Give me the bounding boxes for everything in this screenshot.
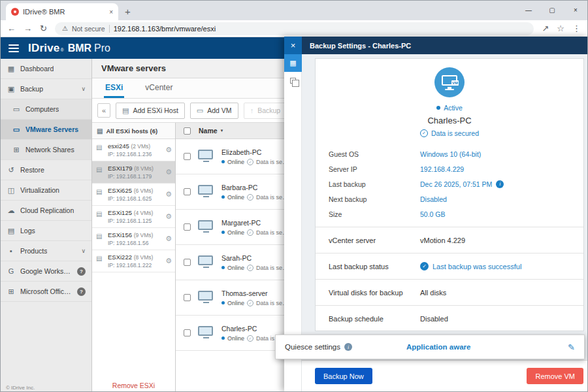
sidebar-item[interactable]: ▦ Dashboard ∨ ? [1,59,91,79]
browser-menu-icon[interactable]: ⋮ [572,24,581,33]
bookmark-star-icon[interactable]: ☆ [557,24,564,33]
share-icon[interactable]: ↗ [542,24,549,33]
url-field[interactable]: ⚠ Not secure 192.168.1.163/bmr/vmware/es… [55,22,534,35]
host-item[interactable]: ▤ ESXi222 (8 VMs) IP: 192.168.1.222 ⚙ [92,250,175,272]
sidebar-item-label: Network Shares [25,146,74,154]
vm-monitor-icon [198,291,214,305]
clone-tool-icon[interactable] [284,72,302,90]
host-settings-gear-icon[interactable]: ⚙ [165,212,172,221]
window-maximize-icon[interactable]: ▢ [540,1,564,19]
toolbar-button[interactable]: ▤ Add ESXi Host [116,103,185,119]
vm-checkbox[interactable] [184,259,191,266]
vm-status-line: Online ✓ Data is secured [221,229,289,236]
secured-check-icon: ✓ [247,159,253,165]
help-badge-icon[interactable]: ? [77,267,86,276]
sidebar-item[interactable]: ▭ VMware Servers ∨ ? [1,120,91,140]
host-item[interactable]: ▤ ESXi156 (9 VMs) IP: 192.168.1.56 ⚙ [92,228,175,250]
sidebar-item[interactable]: ↺ Restore ∨ ? [1,160,91,180]
window-close-icon[interactable]: × [564,1,587,19]
vm-name: Elizabeth-PC [221,148,289,156]
host-item[interactable]: ▤ ESXi125 (4 VMs) IP: 192.168.1.125 ⚙ [92,206,175,228]
host-server-icon: ▤ [96,166,102,173]
sort-desc-icon: ▼ [220,129,224,133]
sidebar-item-icon: ▤ [7,227,16,235]
host-item[interactable]: ▤ ESXi625 (6 VMs) IP: 192.168.1.625 ⚙ [92,184,175,206]
host-item[interactable]: ▤ esxi245 (2 VMs) IP: 192.168.1.236 ⚙ [92,139,175,161]
panel-close-icon[interactable]: × [284,37,302,54]
backup-now-button[interactable]: Backup Now [315,368,372,384]
vm-status-line: Online ✓ Data is secured [221,300,289,306]
vm-avatar-icon: VM [434,67,465,97]
browser-tab-strip: IDrive® BMR × + — ▢ × [1,1,587,20]
toolbar-button-label: Add ESXi Host [133,106,178,114]
window-minimize-icon[interactable]: — [517,1,540,19]
not-secure-warning-icon: ⚠ [62,25,68,32]
tab-close-icon[interactable]: × [109,8,113,16]
host-list: ▤ esxi245 (2 VMs) IP: 192.168.1.236 ⚙ ▤ … [92,139,175,272]
vm-checkbox[interactable] [184,188,191,195]
chevron-down-icon: ∨ [81,86,86,92]
vm-checkbox[interactable] [184,153,191,160]
active-status-label: Active [444,104,463,112]
all-hosts-header[interactable]: ▤ All ESXi hosts (6) [92,123,175,139]
vm-checkbox[interactable] [184,294,191,301]
host-settings-gear-icon[interactable]: ⚙ [165,190,172,199]
back-icon[interactable]: ← [7,24,16,33]
sidebar-item-label: Cloud Replication [20,206,74,214]
select-all-checkbox[interactable] [184,127,191,135]
vm-detail-list: Guest OS Windows 10 (64-bit) i Server IP [316,146,583,227]
sidebar-item-label: Logs [20,227,35,235]
host-ip: IP: 192.168.1.125 [108,218,165,224]
toolbar-button[interactable]: ▭ Add VM [190,103,238,119]
host-ip: IP: 192.168.1.179 [108,173,165,180]
collapse-panel-icon[interactable]: « [97,103,110,118]
sidebar-item-label: Restore [20,166,44,174]
sidebar-item[interactable]: ▤ Logs ∨ ? [1,221,91,241]
remove-esxi-link[interactable]: Remove ESXi [92,382,175,389]
remove-vm-button[interactable]: Remove VM [527,368,583,384]
brand-product: BMR [68,42,91,54]
host-server-icon: ▤ [96,188,102,195]
quiesce-info-icon[interactable]: i [344,343,352,351]
host-settings-gear-icon[interactable]: ⚙ [165,257,172,265]
browser-tab[interactable]: IDrive® BMR × [6,3,118,20]
tab[interactable]: vCenter [144,78,174,98]
sidebar-item-icon: ▦ [7,65,16,73]
sidebar-item[interactable]: ◫ Virtualization ∨ ? [1,180,91,201]
forward-icon[interactable]: → [24,24,32,33]
new-tab-icon[interactable]: + [125,6,131,17]
backup-settings-panel: × Backup Settings - Charles-PC ▦ VM [284,37,588,391]
sidebar-item[interactable]: ▪ Products ∨ ? [1,241,91,261]
sidebar-item[interactable]: G Google Workspace ∨ ? [1,261,91,282]
sidebar-item[interactable]: ▭ Computers ∨ ? [1,99,91,120]
app-logo: IDrive® BMR Pro [28,42,110,55]
sidebar-item[interactable]: ▣ Backup ∨ ? [1,79,91,99]
vm-checkbox[interactable] [184,223,191,231]
help-badge-icon[interactable]: ? [77,287,86,296]
vm-status-label: Online [227,159,244,165]
info-icon[interactable]: i [496,180,504,188]
sidebar-item-label: Backup [20,85,43,93]
edit-pencil-icon[interactable]: ✎ [568,342,575,352]
sidebar-item[interactable]: ☁ Cloud Replication ∨ ? [1,201,91,221]
settings-label: Last backup status [329,263,420,270]
tab[interactable]: ESXi [104,78,124,98]
sidebar-item[interactable]: ⊞ Network Shares ∨ ? [1,140,91,160]
host-settings-gear-icon[interactable]: ⚙ [165,168,172,176]
backup-settings-tool-icon[interactable]: ▦ [284,54,302,72]
settings-row: vCenter server ✓ vMotion 4.229 [316,227,583,253]
panel-scroll-area: VM Active Charles-PC ✓ Data is secured [302,54,588,360]
host-settings-gear-icon[interactable]: ⚙ [165,146,172,154]
host-item[interactable]: ▤ ESXI179 (8 VMs) IP: 192.168.1.179 ⚙ [92,161,175,184]
sidebar-item-label: Virtualization [20,186,59,194]
hamburger-menu-icon[interactable] [8,42,19,54]
sidebar-item-icon: ↺ [7,166,16,174]
settings-row: Virtual disks for backup ✓ All disks [316,279,583,305]
reload-icon[interactable]: ↻ [40,24,47,33]
host-settings-gear-icon[interactable]: ⚙ [165,235,172,243]
toolbar-button[interactable]: ↑ Backup [244,103,287,119]
name-column-header[interactable]: Name ▼ [199,127,224,135]
sidebar-item[interactable]: ⊞ Microsoft Office 365 ∨ ? [1,282,91,302]
detail-value: Windows 10 (64-bit) [420,150,481,158]
vm-checkbox[interactable] [184,329,191,336]
